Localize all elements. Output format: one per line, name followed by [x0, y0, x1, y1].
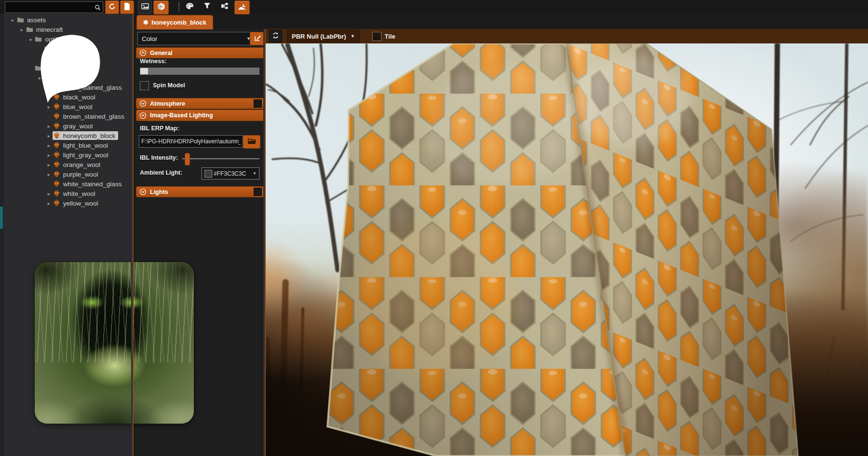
- viewport-canvas[interactable]: [265, 43, 868, 456]
- block-icon: [53, 132, 61, 139]
- honeycomb-cube: [265, 43, 868, 456]
- section-header-atmosphere[interactable]: Atmosphere: [136, 98, 265, 109]
- tree-item-purple_wool[interactable]: ▸ purple_wool: [4, 169, 131, 179]
- face-overlay-image: [35, 262, 194, 424]
- funnel-icon: [203, 2, 211, 11]
- chevron-right-icon[interactable]: ▸: [46, 201, 52, 206]
- viewport-toolbar: PBR Null (LabPbr) ▼ Tile: [265, 29, 868, 43]
- moon-hill-icon: [238, 3, 246, 12]
- atmosphere-enable-checkbox[interactable]: [254, 99, 262, 108]
- section-title: Lights: [150, 189, 168, 195]
- chevron-right-icon[interactable]: ▸: [46, 162, 52, 167]
- tree-item-brown_stained_glass[interactable]: brown_stained_glass: [4, 111, 131, 121]
- ibl-intensity-label: IBL Intensity:: [140, 154, 178, 161]
- block-icon: [53, 161, 61, 168]
- map-type-dropdown[interactable]: Color ▼: [137, 32, 255, 45]
- white-blob-overlay: [0, 0, 125, 111]
- ambient-light-label: Ambient Light:: [140, 169, 182, 176]
- model-view-button[interactable]: [153, 0, 169, 14]
- toolbar-separator: [178, 2, 179, 12]
- tree-item-gray_wool[interactable]: ▸ gray_wool: [4, 121, 131, 131]
- chevron-right-icon[interactable]: ▸: [46, 124, 52, 129]
- ibl-intensity-slider-thumb[interactable]: [185, 153, 190, 166]
- chevron-right-icon[interactable]: ▸: [46, 133, 52, 138]
- chevron-down-icon: ▼: [253, 171, 257, 176]
- panel-divider-left[interactable]: [131, 14, 135, 456]
- section-header-general[interactable]: General: [136, 47, 265, 58]
- browse-erp-map-button[interactable]: [243, 135, 260, 149]
- tree-item-light_blue_wool[interactable]: ▸ light_blue_wool: [4, 140, 131, 150]
- block-icon: [53, 200, 61, 207]
- chevron-right-icon[interactable]: ▸: [46, 143, 52, 148]
- wetness-slider-thumb[interactable]: [140, 68, 148, 74]
- cube-icon: [157, 2, 165, 13]
- ambient-light-combo[interactable]: #FF3C3C3C ▼: [202, 167, 259, 180]
- tree-item-white_wool[interactable]: ▸ white_wool: [4, 189, 131, 198]
- chevron-right-icon[interactable]: ▸: [46, 172, 52, 177]
- block-icon: [53, 171, 61, 178]
- panel-divider-right[interactable]: [263, 29, 267, 456]
- spin-model-label: Spin Model: [153, 82, 185, 89]
- unsaved-marker: ✱: [143, 19, 149, 26]
- viewport-refresh-button[interactable]: [269, 30, 282, 42]
- ibl-erp-map-label: IBL ERP Map:: [140, 125, 179, 132]
- spin-model-checkbox[interactable]: [140, 81, 149, 90]
- chevron-down-icon: ▼: [351, 34, 355, 39]
- lights-enable-checkbox[interactable]: [254, 188, 262, 196]
- ambient-color-value: #FF3C3C3C: [214, 170, 246, 177]
- block-icon: [53, 190, 61, 197]
- chevron-right-icon[interactable]: ▸: [46, 152, 52, 158]
- tree-item-honeycomb_block[interactable]: ▸ honeycomb_block: [4, 131, 131, 140]
- nodes-icon: [221, 2, 229, 12]
- block-icon: [53, 123, 61, 130]
- image-icon: [141, 3, 149, 12]
- chevron-down-circle-icon: [139, 188, 147, 195]
- nodes-button[interactable]: [218, 0, 231, 13]
- section-title: Atmosphere: [150, 100, 185, 107]
- tree-item-light_gray_wool[interactable]: ▸ light_gray_wool: [4, 150, 131, 160]
- tab-honeycomb-block[interactable]: ✱ honeycomb_block: [136, 15, 213, 29]
- edit-pencil-icon: [254, 34, 261, 43]
- app-window: ▸ assets ▸ minecraft ▸ optifine: [0, 0, 868, 456]
- chevron-up-circle-icon: [139, 112, 147, 119]
- texture-view-button[interactable]: [138, 0, 152, 14]
- palette-button[interactable]: [183, 0, 196, 13]
- section-header-ibl[interactable]: Image-Based Lighting: [136, 110, 265, 121]
- section-title: Image-Based Lighting: [150, 112, 213, 119]
- block-icon: [53, 142, 61, 149]
- tree-item-orange_wool[interactable]: ▸ orange_wool: [4, 160, 131, 169]
- wetness-slider[interactable]: [140, 68, 259, 75]
- chevron-up-circle-icon: [139, 49, 147, 56]
- tab-label: honeycomb_block: [151, 19, 206, 26]
- folder-open-icon: [248, 138, 256, 146]
- refresh-icon: [272, 32, 279, 41]
- tree-item-white_stained_glass[interactable]: white_stained_glass: [4, 179, 131, 189]
- shading-mode-value: PBR Null (LabPbr): [292, 33, 346, 40]
- block-icon: [53, 180, 61, 188]
- section-title: General: [150, 50, 173, 56]
- section-header-lights[interactable]: Lights: [136, 186, 265, 197]
- shading-mode-dropdown[interactable]: PBR Null (LabPbr) ▼: [287, 30, 360, 42]
- teal-scroll-marker[interactable]: [0, 207, 3, 229]
- filter-button[interactable]: [201, 0, 214, 13]
- wetness-label: Wetness:: [140, 58, 166, 65]
- chevron-down-circle-icon: [139, 100, 147, 107]
- tree-item-yellow_wool[interactable]: ▸ yellow_wool: [4, 198, 131, 208]
- ibl-erp-map-input[interactable]: [139, 135, 243, 148]
- ambient-color-swatch: [204, 170, 212, 178]
- environment-button[interactable]: [234, 0, 250, 14]
- chevron-right-icon[interactable]: ▸: [46, 191, 52, 196]
- tile-checkbox[interactable]: [372, 32, 381, 41]
- ibl-intensity-slider[interactable]: [182, 158, 259, 159]
- map-type-value: Color: [142, 35, 157, 42]
- tile-label: Tile: [385, 33, 395, 40]
- block-icon: [53, 113, 61, 120]
- block-icon: [53, 152, 61, 159]
- palette-icon: [186, 2, 194, 12]
